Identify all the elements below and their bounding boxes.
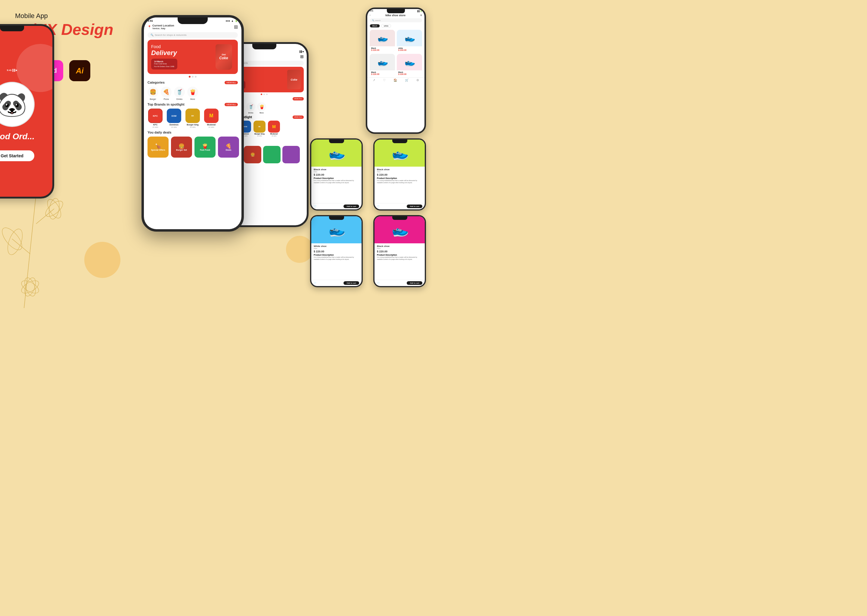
product-4-add-to-cart[interactable]: Add to cart: [407, 204, 422, 208]
fd-categories-view-all[interactable]: VIEW ALL: [225, 81, 238, 84]
fd-coke-image: Diet Coke: [213, 43, 234, 71]
fd-promo-title: Free Cold Drink: [154, 63, 174, 65]
product-1-info: Black $ 220.00: [370, 46, 395, 52]
burgerking-logo: BK: [186, 108, 200, 123]
deal-card-4[interactable]: 🍕 Deals: [218, 137, 239, 158]
fd-brands-row: KFC KFC 35 MIN DOM Dominos 35 MIN BK: [144, 107, 241, 129]
deal-card-1[interactable]: 🍗 Special Offers: [148, 137, 169, 158]
svg-point-16: [20, 278, 41, 295]
product-4-heart[interactable]: ♡: [377, 205, 380, 208]
nike-filter-row: Black white: [367, 23, 424, 28]
nike-store-screen[interactable]: 9:41 ▐▐ 🔋 ‹ Nike shoe store ≡ 🔍 search B…: [367, 9, 424, 132]
fd-banner-subheading: Delivery: [151, 49, 177, 57]
product-1-heart[interactable]: ♡: [314, 205, 317, 208]
nike-bottom-nav: ↗ ♡ 🏠 🛒 ⚙: [367, 77, 424, 83]
fd-promo-subtitle: For All Orders Over 100$: [154, 65, 174, 68]
product-4-info: Black $ 220.00: [397, 71, 422, 76]
product-4-name-detail: Black shoe: [377, 168, 422, 171]
subtitle-text: Mobile App: [15, 12, 113, 20]
phone-food-delivery-main: 9:41 ●●●▲🔋 📍 Current Location Venice, It…: [142, 15, 244, 232]
brand-dominos[interactable]: DOM Dominos 35 MIN: [166, 108, 182, 128]
bg-circle-2: [286, 236, 313, 263]
fd-search-bar[interactable]: 🔍 Search for shops & resturents: [148, 32, 238, 38]
svg-point-13: [22, 277, 38, 297]
product-1-name-detail: Black shoe: [314, 168, 359, 171]
nike-back-button[interactable]: ‹: [370, 14, 370, 17]
deal-card-2[interactable]: 🍔 Burger Set: [171, 137, 192, 158]
cart-icon[interactable]: 🛒: [405, 79, 408, 82]
settings-icon[interactable]: ⚙: [416, 79, 419, 82]
fd-deals-row: 🍗 Special Offers 🍔 Burger Set 🍟 Fast Foo…: [144, 135, 241, 159]
product-4-desc-text: It is a long established fact that a rea…: [377, 179, 422, 184]
nike-product-3[interactable]: 👟 Black $ 220.00: [370, 54, 395, 76]
drinks-label: Drinks: [177, 98, 183, 100]
fd-dot-3: [195, 76, 197, 78]
product-4-desc-title: Product Description: [377, 177, 422, 179]
fd-brands-view-all[interactable]: VIEW ALL: [225, 103, 238, 106]
category-more[interactable]: 🍟 More: [187, 86, 198, 100]
product-1-actions: ♡ Add to cart: [311, 203, 361, 209]
product-2-info-area: White shoe Nike $ 220.00 Product Descrip…: [311, 244, 361, 280]
product-2-heart[interactable]: ♡: [314, 281, 317, 285]
svg-line-2: [36, 209, 54, 224]
product-2-desc-title: Product Description: [314, 254, 359, 256]
product-4-price: $ 220.00: [398, 73, 421, 75]
fd-brands-header: Top Brands in spotlight VIEW ALL: [144, 101, 241, 107]
filter-white[interactable]: white: [381, 24, 391, 28]
dominos-name: Dominos: [169, 124, 178, 126]
fd-grid-icon[interactable]: ⊞: [234, 24, 238, 30]
product-2-price-detail: $ 220.00: [314, 250, 359, 253]
category-drinks[interactable]: 🥤 Drinks: [174, 86, 185, 100]
nike-store-title: Nike shoe store: [385, 14, 405, 17]
nike-product-4[interactable]: 👟 Black $ 220.00: [397, 54, 422, 76]
product-2-price: $ 200.00: [398, 49, 421, 51]
heart-icon[interactable]: ♡: [383, 79, 386, 82]
nike-search-bar[interactable]: 🔍 search: [370, 18, 422, 22]
product-3-desc-text: It is a long established fact that a rea…: [377, 256, 422, 260]
nike-phone-notch: [387, 9, 405, 13]
burgerking-name: Burger king: [187, 124, 199, 126]
nike-product-1[interactable]: 👟 Black $ 220.00: [370, 30, 395, 52]
phone-product-detail-4: 👟 Black shoe Nike $ 220.00 Product Descr…: [373, 138, 426, 211]
category-pizza[interactable]: 🍕 Pizza: [161, 86, 172, 100]
nike-product-2[interactable]: 👟 white $ 200.00: [397, 30, 422, 52]
fd-dot-1: [189, 76, 191, 78]
product-1-price: $ 220.00: [371, 49, 394, 51]
share-icon[interactable]: ↗: [373, 79, 375, 82]
product-detail-1-screen: 👟 Black shoe Nike $ 220.00 Product Descr…: [311, 140, 361, 209]
product-2-type: Nike: [314, 248, 359, 249]
fd-promo-banner: Food Delivery 14 March Free Cold Drink F…: [148, 40, 238, 74]
burger-label: Barger: [150, 98, 156, 100]
brand-kfc[interactable]: KFC KFC 35 MIN: [148, 108, 163, 128]
nike-header: ‹ Nike shoe store ≡: [367, 13, 424, 17]
nike-menu-icon[interactable]: ≡: [420, 14, 422, 17]
mcdonalds-logo: M: [204, 108, 219, 123]
svg-line-3: [12, 239, 30, 254]
home-icon[interactable]: 🏠: [394, 79, 397, 82]
product-3-add-to-cart[interactable]: Add to cart: [407, 281, 422, 285]
food-delivery-screen[interactable]: 9:41 ●●●▲🔋 📍 Current Location Venice, It…: [144, 17, 241, 229]
brand-burgerking[interactable]: BK Burger king 35 MIN: [185, 108, 200, 128]
product-1-info-area: Black shoe Nike $ 220.00 Product Descrip…: [311, 167, 361, 203]
phone-food-splash: 9:41 ▐▐ ■ 🐼 Food Ord... Get Started: [0, 24, 54, 198]
product-2-hero: 👟: [311, 216, 361, 244]
category-burger[interactable]: 🍔 Barger: [148, 86, 158, 100]
pizza-cat-icon: 🍕: [161, 86, 172, 97]
phone-product-detail-3: 👟 Black shoe Nike $ 220.00 Product Descr…: [373, 215, 426, 287]
fd-deals-header: You daily deals: [144, 129, 241, 135]
get-started-button[interactable]: Get Started: [0, 150, 34, 161]
fd-deals-title: You daily deals: [148, 130, 171, 134]
product-1-desc-title: Product Description: [314, 177, 359, 179]
product-1-add-to-cart[interactable]: Add to cart: [344, 204, 359, 208]
product-detail-1-notch: [329, 140, 344, 143]
product-2-name-detail: White shoe: [314, 245, 359, 248]
adobe-illustrator-icon[interactable]: Ai: [69, 60, 90, 81]
product-2-add-to-cart[interactable]: Add to cart: [344, 281, 359, 285]
filter-black[interactable]: Black: [370, 24, 380, 28]
search-placeholder: Search for shops & resturents: [155, 34, 187, 36]
product-3-price: $ 220.00: [371, 73, 394, 75]
burgerking-time: 35 MIN: [190, 126, 195, 128]
deal-card-3[interactable]: 🍟 Fast Food: [194, 137, 216, 158]
brand-mcdonalds[interactable]: M Mcdonal 35 MIN: [203, 108, 219, 128]
product-3-heart[interactable]: ♡: [377, 281, 380, 285]
